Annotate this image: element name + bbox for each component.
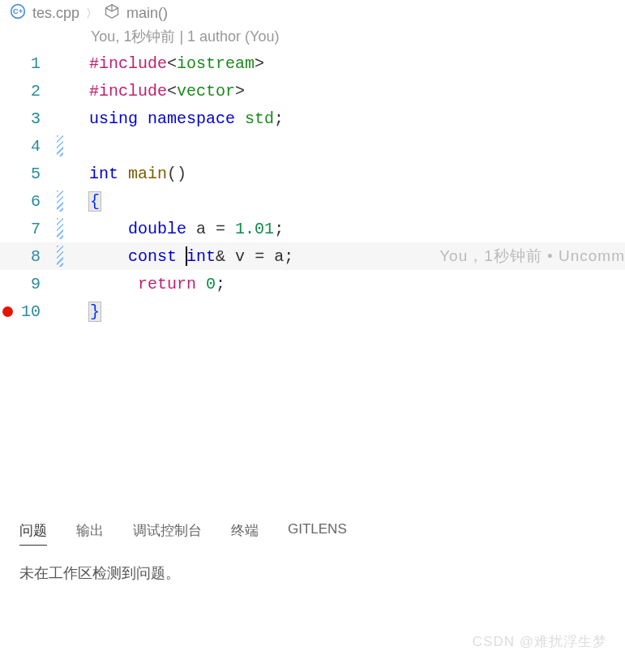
token-punct: () (167, 165, 186, 183)
token-op: = (255, 247, 264, 266)
code-line[interactable]: 5int main() (0, 160, 625, 187)
breadcrumb-file[interactable]: tes.cpp (32, 5, 79, 22)
code-line[interactable]: 2#include<vector> (0, 77, 625, 105)
line-number: 7 (15, 220, 57, 238)
code-editor[interactable]: 1#include<iostream>2#include<vector>3usi… (0, 49, 625, 325)
code-content[interactable]: int main() (68, 165, 186, 183)
breadcrumb[interactable]: C+ tes.cpp 〉 main() (0, 0, 625, 27)
line-number: 6 (15, 192, 57, 211)
breakpoint-gutter[interactable] (0, 306, 15, 317)
code-line[interactable]: 1#include<iostream> (0, 49, 625, 77)
code-content[interactable]: #include<iostream> (68, 54, 264, 73)
token-type: double (128, 220, 186, 238)
token-keyword: using (89, 109, 138, 128)
cube-icon (104, 3, 120, 24)
token-namespace: std (245, 109, 274, 128)
token-text (206, 220, 216, 238)
token-text (186, 220, 196, 238)
token-braceboxed: } (89, 302, 101, 321)
token-var: a (196, 220, 206, 238)
token-type: int (89, 165, 118, 183)
breadcrumb-symbol[interactable]: main() (126, 5, 168, 22)
cpp-file-icon: C+ (10, 3, 26, 24)
fold-indicator (57, 163, 63, 184)
token-return: return (138, 275, 196, 293)
panel-tab-gitlens[interactable]: GITLENS (288, 521, 347, 546)
token-text (225, 247, 235, 266)
token-text (225, 220, 235, 238)
token-punct: ; (216, 275, 225, 293)
token-header: vector (177, 82, 235, 101)
token-text (89, 275, 138, 293)
code-line[interactable]: 8 const int& v = a;You，1秒钟前 • Uncomm (0, 242, 625, 270)
line-number: 1 (15, 54, 57, 73)
code-line[interactable]: 3using namespace std; (0, 105, 625, 132)
fold-indicator (57, 80, 63, 101)
line-number: 2 (15, 82, 57, 101)
token-preproc: #include (89, 54, 167, 73)
fold-indicator (57, 246, 63, 267)
token-punct: ; (284, 247, 293, 266)
token-type: int (186, 247, 216, 266)
fold-indicator (57, 190, 63, 212)
token-func: main (128, 165, 167, 183)
code-content[interactable]: double a = 1.01; (68, 220, 284, 238)
token-keyword: namespace (148, 109, 235, 128)
problems-message: 未在工作区检测到问题。 (19, 563, 606, 583)
token-bracket: > (255, 54, 264, 73)
code-line[interactable]: 9 return 0; (0, 270, 625, 297)
token-bracket: < (167, 54, 177, 73)
token-op: & (216, 247, 225, 266)
code-content[interactable]: return 0; (68, 275, 225, 293)
code-content[interactable]: const int& v = a; (68, 246, 293, 266)
watermark: CSDN @难扰浮生梦 (473, 632, 607, 651)
code-content[interactable]: #include<vector> (68, 82, 245, 101)
fold-indicator (57, 108, 63, 129)
token-text (196, 275, 206, 293)
line-number: 9 (15, 275, 57, 293)
line-number: 4 (15, 137, 57, 156)
token-text (118, 165, 128, 183)
code-content[interactable]: } (68, 302, 101, 321)
token-num: 1.01 (235, 220, 274, 238)
line-number: 3 (15, 109, 57, 128)
code-line[interactable]: 7 double a = 1.01; (0, 215, 625, 242)
token-text (89, 220, 128, 238)
code-content[interactable]: { (68, 192, 101, 211)
panel-tabs: 问题输出调试控制台终端GITLENS (19, 521, 606, 546)
bottom-panel: 问题输出调试控制台终端GITLENS 未在工作区检测到问题。 (0, 504, 625, 583)
token-preproc: #include (89, 82, 167, 101)
panel-tab-调试控制台[interactable]: 调试控制台 (133, 521, 202, 546)
token-num: 0 (206, 275, 216, 293)
panel-tab-输出[interactable]: 输出 (76, 521, 104, 546)
line-number: 8 (15, 247, 57, 266)
fold-indicator (57, 301, 63, 322)
breakpoint-icon[interactable] (2, 306, 13, 317)
token-bracket: > (235, 82, 245, 101)
token-text (264, 247, 274, 266)
code-content[interactable]: using namespace std; (68, 109, 284, 128)
fold-indicator (57, 218, 63, 239)
panel-tab-终端[interactable]: 终端 (231, 521, 259, 546)
token-text (138, 109, 148, 128)
codelens-authors[interactable]: You, 1秒钟前 | 1 author (You) (0, 27, 625, 46)
token-keyword: const (128, 247, 177, 266)
token-op: = (216, 220, 225, 238)
token-braceboxed: { (89, 192, 101, 211)
fold-indicator (57, 273, 63, 294)
token-var: v (235, 247, 245, 266)
token-text (235, 109, 245, 128)
code-line[interactable]: 4 (0, 132, 625, 160)
chevron-right-icon: 〉 (86, 6, 97, 21)
code-line[interactable]: 10} (0, 297, 625, 325)
token-bracket: < (167, 82, 177, 101)
code-line[interactable]: 6{ (0, 187, 625, 215)
token-punct: ; (274, 109, 284, 128)
panel-tab-问题[interactable]: 问题 (19, 521, 47, 546)
fold-indicator (57, 53, 63, 74)
fold-indicator (57, 135, 63, 156)
token-header: iostream (177, 54, 255, 73)
line-number: 5 (15, 165, 57, 183)
svg-text:C+: C+ (13, 7, 23, 15)
token-text (245, 247, 255, 266)
